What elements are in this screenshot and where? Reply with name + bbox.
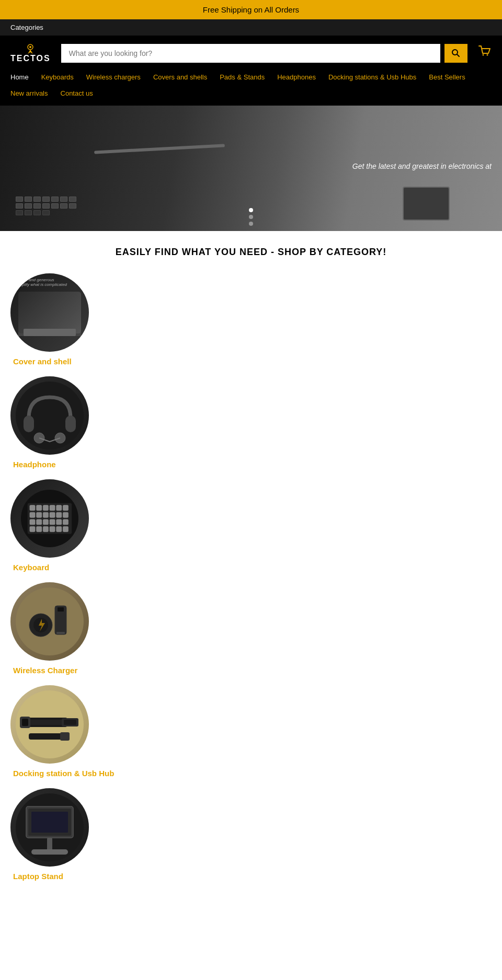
svg-rect-34	[56, 512, 62, 517]
svg-rect-25	[37, 505, 42, 511]
banner-text: Free Shipping on All Orders	[203, 5, 299, 14]
nav-keyboards[interactable]: Keyboards	[41, 71, 74, 83]
category-label-headphone: Headphone	[10, 460, 56, 469]
svg-rect-41	[63, 520, 68, 525]
svg-rect-44	[43, 526, 48, 532]
svg-rect-28	[56, 505, 62, 511]
svg-point-1	[29, 46, 31, 48]
nav-covers-shells[interactable]: Covers and shells	[153, 71, 207, 83]
svg-rect-8	[29, 328, 33, 331]
category-keyboard[interactable]: Keyboard	[10, 479, 492, 572]
svg-rect-36	[30, 520, 35, 525]
category-label-cover: Cover and shell	[10, 357, 72, 366]
search-area	[61, 44, 467, 63]
category-docking-station[interactable]: Docking station & Usb Hub	[10, 685, 492, 778]
svg-rect-32	[43, 512, 48, 517]
section-title: EASILY FIND WHAT YOU NEED - SHOP BY CATE…	[10, 247, 492, 258]
svg-rect-43	[37, 526, 42, 532]
svg-rect-60	[64, 720, 76, 725]
category-cover-shell[interactable]: Simple and generousSimplify what is comp…	[10, 273, 492, 366]
logo[interactable]: TECTOS	[10, 43, 51, 63]
category-laptop-stand[interactable]: Laptop Stand	[10, 788, 492, 881]
svg-rect-14	[60, 328, 64, 331]
svg-rect-9	[34, 328, 38, 331]
svg-rect-38	[43, 520, 48, 525]
svg-rect-39	[50, 520, 55, 525]
nav-wireless-chargers[interactable]: Wireless chargers	[86, 71, 141, 83]
hero-dot-3[interactable]	[249, 222, 253, 226]
svg-point-3	[483, 54, 484, 56]
cart-icon[interactable]	[478, 45, 492, 62]
nav-headphones[interactable]: Headphones	[277, 71, 316, 83]
hero-dots	[249, 208, 253, 226]
logo-icon	[25, 43, 36, 54]
category-circle-headphone	[10, 376, 89, 455]
hero-text: Get the latest and greatest in electroni…	[352, 162, 492, 170]
svg-rect-27	[50, 505, 55, 511]
svg-rect-66	[47, 838, 52, 851]
search-input[interactable]	[61, 44, 440, 63]
nav-new-arrivals[interactable]: New arrivals	[10, 87, 48, 99]
categories-label[interactable]: Categories	[10, 24, 43, 31]
svg-rect-12	[50, 328, 54, 331]
svg-rect-24	[30, 505, 35, 511]
svg-rect-68	[31, 812, 68, 833]
svg-rect-58	[22, 719, 28, 726]
category-circle-keyboard	[10, 479, 89, 558]
category-label-docking: Docking station & Usb Hub	[10, 769, 114, 778]
svg-rect-10	[39, 328, 43, 331]
svg-rect-26	[43, 505, 48, 511]
category-label-keyboard: Keyboard	[10, 563, 49, 572]
hero-section: Get the latest and greatest in electroni…	[0, 106, 502, 231]
nav-docking-stations[interactable]: Docking stations & Usb Hubs	[328, 71, 416, 83]
category-circle-docking	[10, 685, 89, 764]
svg-rect-5	[24, 294, 76, 328]
svg-rect-37	[37, 520, 42, 525]
header: TECTOS	[0, 36, 502, 71]
svg-rect-13	[55, 328, 59, 331]
svg-rect-15	[65, 328, 70, 331]
svg-rect-6	[26, 296, 73, 326]
svg-rect-40	[56, 520, 62, 525]
svg-rect-31	[37, 512, 42, 517]
svg-rect-47	[63, 526, 68, 532]
svg-rect-67	[31, 849, 68, 855]
svg-rect-42	[30, 526, 35, 532]
category-circle-stand	[10, 788, 89, 867]
svg-rect-11	[44, 328, 49, 331]
main-nav: Home Keyboards Wireless chargers Covers …	[0, 71, 502, 106]
category-headphone[interactable]: Headphone	[10, 376, 492, 469]
categories-bar: Categories	[0, 19, 502, 36]
category-label-stand: Laptop Stand	[10, 872, 63, 881]
category-wireless-charger[interactable]: Wireless Charger	[10, 582, 492, 675]
svg-point-4	[487, 54, 488, 56]
nav-home[interactable]: Home	[10, 71, 29, 83]
category-circle-cover: Simple and generousSimplify what is comp…	[10, 273, 89, 352]
svg-rect-33	[50, 512, 55, 517]
svg-rect-53	[56, 632, 65, 634]
svg-rect-61	[29, 733, 65, 740]
logo-text: TECTOS	[10, 54, 51, 63]
svg-point-17	[16, 382, 84, 449]
nav-contact-us[interactable]: Contact us	[61, 87, 93, 99]
category-label-charger: Wireless Charger	[10, 666, 77, 675]
svg-rect-19	[65, 416, 76, 432]
hero-background: Get the latest and greatest in electroni…	[0, 106, 502, 231]
svg-rect-29	[63, 505, 68, 511]
nav-best-sellers[interactable]: Best Sellers	[429, 71, 465, 83]
svg-rect-46	[56, 526, 62, 532]
svg-rect-30	[30, 512, 35, 517]
hero-dot-1[interactable]	[249, 208, 253, 212]
top-banner: Free Shipping on All Orders	[0, 0, 502, 19]
category-circle-charger	[10, 582, 89, 661]
svg-rect-35	[63, 512, 68, 517]
nav-pads-stands[interactable]: Pads & Stands	[220, 71, 265, 83]
hero-dot-2[interactable]	[249, 215, 253, 219]
svg-rect-62	[60, 732, 70, 741]
search-button[interactable]	[444, 44, 467, 63]
svg-rect-7	[28, 327, 72, 333]
svg-rect-16	[18, 332, 81, 336]
svg-rect-18	[24, 416, 34, 432]
svg-rect-52	[58, 607, 64, 612]
cover-overlay-text: Simple and generousSimplify what is comp…	[10, 273, 89, 291]
